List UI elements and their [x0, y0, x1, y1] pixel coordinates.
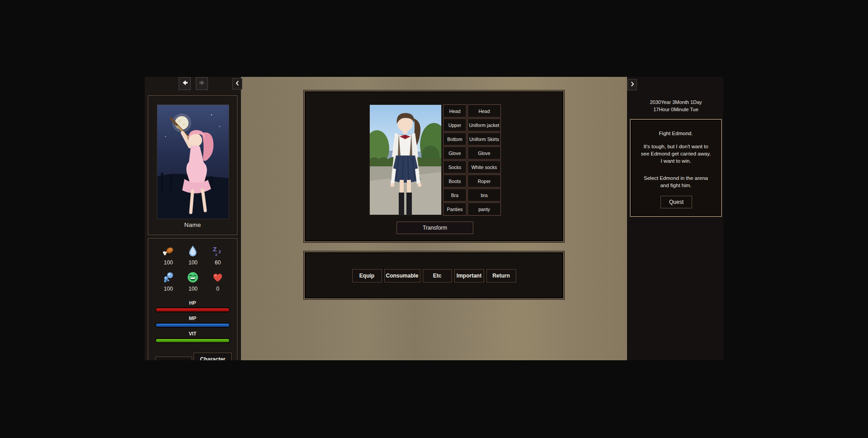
stat-affection: 0	[205, 271, 230, 292]
equipment-table: Head Head Upper Uniform jacket Bottom Un…	[443, 104, 501, 216]
slot-label: Bra	[443, 188, 467, 202]
mp-bar-fill	[156, 324, 229, 327]
important-tab-button[interactable]: Important	[454, 269, 484, 283]
hp-bar-group: HP	[148, 300, 237, 312]
inventory-menu-window: Equip Consumable Etc Important Return	[304, 251, 564, 299]
water-drop-icon	[181, 245, 206, 257]
chevron-right-icon	[629, 80, 636, 89]
stat-value: 0	[205, 286, 230, 292]
datetime-line1: 2030Year 3Month 1Day	[630, 99, 722, 106]
slot-label: Bottom	[443, 132, 467, 146]
quest-objective-line: Select Edmond in the arena	[631, 174, 721, 182]
quest-body-line: see Edmond get carried away.	[631, 150, 721, 157]
datetime-line2: 17Hour 0Minute Tue	[630, 106, 722, 113]
svg-text:Z: Z	[213, 246, 217, 253]
meat-icon	[156, 245, 181, 257]
slot-item[interactable]: bra	[467, 188, 501, 202]
stat-value: 60	[205, 259, 230, 266]
slot-item[interactable]: Roper	[467, 174, 501, 188]
slot-item[interactable]: Head	[467, 104, 501, 118]
collapse-left-panel-button[interactable]	[232, 78, 242, 89]
menu-button-row: Equip Consumable Etc Important Return	[305, 269, 563, 283]
equip-tab-button[interactable]: Equip	[352, 269, 382, 283]
character-name: Name	[148, 221, 237, 228]
stat-value: 100	[181, 286, 206, 292]
mp-bar-group: MP	[148, 316, 237, 328]
svg-text:z: z	[215, 252, 217, 257]
quest-button[interactable]: Quest	[660, 196, 692, 208]
slot-label: Socks	[443, 160, 467, 174]
hp-label: HP	[148, 300, 237, 306]
quest-objective: Select Edmond in the arena and fight him…	[631, 174, 721, 189]
consumable-tab-button[interactable]: Consumable	[384, 269, 420, 283]
quest-panel: Fight Edmond. It's tough, but I don't wa…	[630, 119, 722, 217]
quest-objective-line: and fight him.	[631, 182, 721, 189]
stats-section: 100 100 Zzz 60	[148, 238, 237, 360]
vit-bar-group: VIT	[148, 331, 237, 343]
slot-label: Boots	[443, 174, 467, 188]
return-button[interactable]: Return	[486, 269, 516, 283]
equipped-character-image	[369, 104, 442, 215]
quest-body-line: It's tough, but I don't want to	[631, 143, 721, 150]
slot-label: Head	[443, 104, 467, 118]
slot-item[interactable]: Uniform jacket	[467, 118, 501, 132]
stat-sleep: Zzz 60	[205, 245, 230, 266]
mp-label: MP	[148, 316, 237, 322]
stat-value: 100	[156, 259, 181, 266]
forward-button[interactable]	[196, 77, 208, 90]
character-button[interactable]: Character	[193, 353, 232, 360]
slot-label: Panties	[443, 203, 467, 216]
slot-label: Upper	[443, 118, 467, 132]
left-arrow-icon	[181, 79, 189, 89]
quest-title: Fight Edmond.	[631, 131, 721, 136]
stat-mood: 100	[181, 271, 206, 292]
etc-tab-button[interactable]: Etc	[423, 269, 452, 283]
status-bars: HP MP VIT	[148, 300, 237, 346]
mp-bar	[155, 323, 230, 328]
quest-body: It's tough, but I don't want to see Edmo…	[631, 143, 721, 165]
stat-hunger: 100	[156, 245, 181, 266]
slot-item[interactable]: Glove	[467, 146, 501, 160]
vit-label: VIT	[148, 331, 237, 337]
transform-button[interactable]: Transform	[396, 221, 473, 234]
hp-bar-fill	[156, 308, 229, 311]
sleep-icon: Zzz	[205, 245, 230, 257]
quest-body-line: I want to win.	[631, 157, 721, 165]
heart-icon	[205, 271, 230, 283]
datetime-display: 2030Year 3Month 1Day 17Hour 0Minute Tue	[630, 99, 722, 113]
stat-value: 100	[181, 259, 206, 266]
hp-bar	[155, 307, 230, 312]
bubbles-icon	[156, 271, 181, 283]
expand-right-panel-button[interactable]	[627, 79, 637, 90]
slot-item[interactable]: Uniform Skirts	[467, 132, 501, 146]
smiley-icon	[181, 271, 206, 283]
game-window: Name 100 100 Zzz	[145, 77, 723, 360]
chevron-left-icon	[234, 80, 241, 89]
vit-bar-fill	[156, 339, 229, 342]
stat-value: 100	[156, 286, 181, 292]
stat-thirst: 100	[181, 245, 206, 266]
right-arrow-icon	[198, 79, 206, 89]
portrait-section: Name	[148, 95, 237, 235]
character-portrait	[157, 104, 229, 219]
partial-button[interactable]	[156, 357, 192, 360]
slot-item[interactable]: panty	[467, 203, 501, 216]
slot-label: Glove	[443, 146, 467, 160]
page: { "theme": { "page_bg": "#0b0b0b", "scen…	[0, 0, 868, 438]
character-panel: Name 100 100 Zzz	[148, 95, 237, 360]
equipment-window: Head Head Upper Uniform jacket Bottom Un…	[304, 90, 564, 242]
slot-item[interactable]: White socks	[467, 160, 501, 174]
svg-text:z: z	[219, 249, 221, 254]
stat-hygiene: 100	[156, 271, 181, 292]
back-button[interactable]	[179, 77, 191, 90]
vit-bar	[155, 338, 230, 343]
needs-grid: 100 100 Zzz 60	[156, 245, 230, 292]
